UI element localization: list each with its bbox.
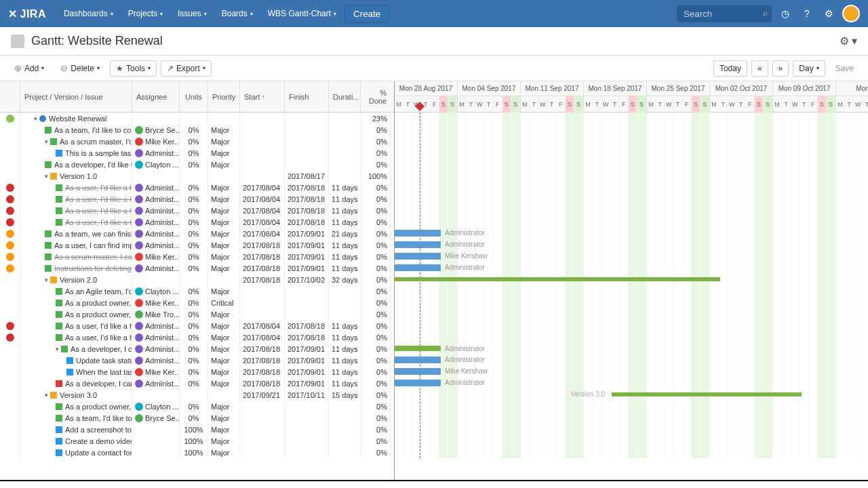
page-settings-icon[interactable]: ⚙ ▾ bbox=[840, 35, 857, 47]
table-row[interactable]: As a user, I'd like a hist...Administ...… bbox=[0, 331, 394, 343]
settings-icon[interactable]: ⚙ bbox=[821, 5, 837, 22]
table-row[interactable]: ▾Version 1.02017/08/17100% bbox=[0, 170, 394, 182]
table-row[interactable]: As a user, I'd like a hist...Administ...… bbox=[0, 205, 394, 216]
table-row[interactable]: As a product owner, I'...Mike Tro...0%Ma… bbox=[0, 308, 394, 320]
table-row[interactable]: ▾Website Renewal23% bbox=[0, 113, 394, 124]
prev-button[interactable]: « bbox=[751, 60, 768, 77]
tree-toggle-icon[interactable]: ▾ bbox=[45, 173, 48, 180]
assignee-name: Bryce Se... bbox=[145, 126, 180, 134]
table-row[interactable]: Update a contact form100%Major0% bbox=[0, 447, 394, 458]
caret-icon: ▾ bbox=[816, 65, 819, 71]
gantt-bar[interactable]: Administrator bbox=[395, 264, 441, 271]
toolbar: Add▾ Delete▾ Tools▾ Export▾ Today « » Da… bbox=[0, 56, 868, 81]
table-row[interactable]: As a team, I'd like to com...Bryce Se...… bbox=[0, 124, 394, 136]
nav-dashboards[interactable]: Dashboards▾ bbox=[57, 5, 120, 23]
today-button[interactable]: Today bbox=[713, 60, 747, 77]
table-row[interactable]: Update task status ...Administ...0%Major… bbox=[0, 354, 394, 366]
table-row[interactable]: Create a demo video100%Major0% bbox=[0, 435, 394, 447]
gantt-bar[interactable]: Administrator bbox=[395, 380, 441, 386]
caret-icon: ▾ bbox=[160, 11, 163, 17]
gantt-bar[interactable]: Administrator bbox=[395, 230, 441, 237]
table-row[interactable]: As a product owner, I'...Clayton ...0%Ma… bbox=[0, 401, 394, 412]
cell-done: 0% bbox=[361, 412, 391, 424]
table-row[interactable]: As a product owner, I'...Mike Ker...0%Cr… bbox=[0, 297, 394, 308]
gantt-bar[interactable]: Mike Kershaw bbox=[395, 368, 441, 375]
gantt-bar[interactable]: Administrator bbox=[395, 346, 441, 351]
table-row[interactable]: As a scrum master, I can s...Mike Ker...… bbox=[0, 251, 394, 262]
nav-projects[interactable]: Projects▾ bbox=[121, 5, 170, 23]
create-button[interactable]: Create bbox=[344, 5, 389, 23]
gantt-bar[interactable]: Administrator bbox=[395, 357, 441, 363]
help-icon[interactable]: ? bbox=[799, 5, 815, 22]
tree-toggle-icon[interactable]: ▾ bbox=[34, 115, 37, 122]
table-row[interactable]: As a user, I'd like a hist...Administ...… bbox=[0, 216, 394, 228]
table-row[interactable]: This is a sample task. T...Administ...0%… bbox=[0, 147, 394, 159]
col-done[interactable]: % Done bbox=[361, 81, 391, 112]
save-button[interactable]: Save bbox=[829, 60, 860, 77]
tools-button[interactable]: Tools▾ bbox=[110, 60, 157, 77]
gantt-bar[interactable] bbox=[612, 392, 802, 396]
tree-toggle-icon[interactable]: ▾ bbox=[56, 346, 59, 352]
export-button[interactable]: Export▾ bbox=[161, 60, 212, 77]
table-row[interactable]: When the last task ...Mike Ker...0%Major… bbox=[0, 366, 394, 378]
table-row[interactable]: As a team, we can finish t...Administ...… bbox=[0, 228, 394, 239]
col-assignee[interactable]: Assignee bbox=[132, 81, 180, 112]
cell-duration bbox=[329, 447, 361, 458]
col-issue[interactable]: Project / Version / Issue bbox=[20, 81, 132, 112]
day-cell: T bbox=[484, 96, 493, 113]
col-start[interactable]: Start↑ bbox=[240, 81, 285, 112]
table-row[interactable]: ▾As a scrum master, I'd like ...Mike Ker… bbox=[0, 136, 394, 147]
day-cell: F bbox=[746, 96, 755, 113]
table-row[interactable]: Instructions for deleting t...Administ..… bbox=[0, 262, 394, 274]
col-status[interactable] bbox=[0, 81, 20, 112]
next-button[interactable]: » bbox=[772, 60, 789, 77]
col-finish[interactable]: Finish bbox=[285, 81, 329, 112]
cell-duration: 11 days bbox=[329, 354, 361, 366]
nav-issues[interactable]: Issues▾ bbox=[171, 5, 214, 23]
table-row[interactable]: Add a screenshot to th...100%Major0% bbox=[0, 424, 394, 435]
table-row[interactable]: ▾Version 2.02017/08/182017/10/0232 days0… bbox=[0, 274, 394, 285]
cell-finish bbox=[285, 435, 329, 447]
tree-toggle-icon[interactable]: ▾ bbox=[45, 277, 48, 283]
table-row[interactable]: As an Agile team, I'd lik...Clayton ...0… bbox=[0, 285, 394, 297]
gantt-bar[interactable]: Administrator bbox=[395, 241, 441, 248]
table-row[interactable]: As a team, I'd like to es...Bryce Se...0… bbox=[0, 412, 394, 424]
table-row[interactable]: As a user, I'd like a hist...Administ...… bbox=[0, 320, 394, 331]
table-row[interactable]: ▾As a developer, I can u...Administ...0%… bbox=[0, 343, 394, 354]
search-input[interactable] bbox=[677, 5, 772, 22]
tree-toggle-icon[interactable]: ▾ bbox=[45, 138, 48, 145]
col-duration[interactable]: Durati... bbox=[329, 81, 361, 112]
gantt-row: Administrator bbox=[395, 354, 868, 366]
tree-toggle-icon[interactable]: ▾ bbox=[45, 392, 48, 399]
nav-wbs-gantt[interactable]: WBS Gantt-Chart▾ bbox=[261, 5, 343, 23]
user-avatar[interactable] bbox=[842, 5, 860, 22]
cell-finish: 2017/08/18 bbox=[285, 193, 329, 205]
cell-duration: 11 days bbox=[329, 378, 361, 389]
cell-start: 2017/08/18 bbox=[240, 251, 285, 262]
avatar-icon bbox=[135, 414, 143, 422]
table-row[interactable]: As a user, I'd like a hist...Administ...… bbox=[0, 193, 394, 205]
table-row[interactable]: As a developer, I can u...Administ...0%M… bbox=[0, 378, 394, 389]
nav-boards[interactable]: Boards▾ bbox=[215, 5, 260, 23]
issue-title: Update a contact form bbox=[65, 449, 132, 457]
cell-duration: 15 days bbox=[329, 389, 361, 401]
table-row[interactable]: As a user, I'd like a hist...Administ...… bbox=[0, 182, 394, 193]
gantt-bar[interactable]: Mike Kershaw bbox=[395, 253, 441, 260]
cell-units bbox=[180, 274, 208, 285]
week-column: Mon 02 Oct 2017MTWTFSS bbox=[710, 81, 773, 112]
table-row[interactable]: As a developer, I'd like to ...Clayton .… bbox=[0, 159, 394, 170]
table-row[interactable]: As a user, I can find impor...Administ..… bbox=[0, 239, 394, 251]
cell-priority: Major bbox=[208, 343, 240, 354]
gantt-bar[interactable] bbox=[395, 277, 720, 281]
col-units[interactable]: Units bbox=[180, 81, 208, 112]
delete-button[interactable]: Delete▾ bbox=[54, 60, 106, 77]
feedback-icon[interactable]: ◷ bbox=[777, 5, 793, 22]
table-row[interactable]: ▾Version 3.02017/09/212017/10/1115 days0… bbox=[0, 389, 394, 401]
jira-logo[interactable]: JIRA bbox=[8, 7, 46, 20]
issue-title: As a user, I'd like a hist... bbox=[65, 195, 132, 203]
add-button[interactable]: Add▾ bbox=[8, 60, 50, 77]
scale-button[interactable]: Day▾ bbox=[793, 60, 825, 77]
week-label: Mon 25 Sep 2017 bbox=[647, 81, 709, 96]
col-priority[interactable]: Priority bbox=[208, 81, 240, 112]
assignee-name: Mike Ker... bbox=[145, 138, 180, 146]
